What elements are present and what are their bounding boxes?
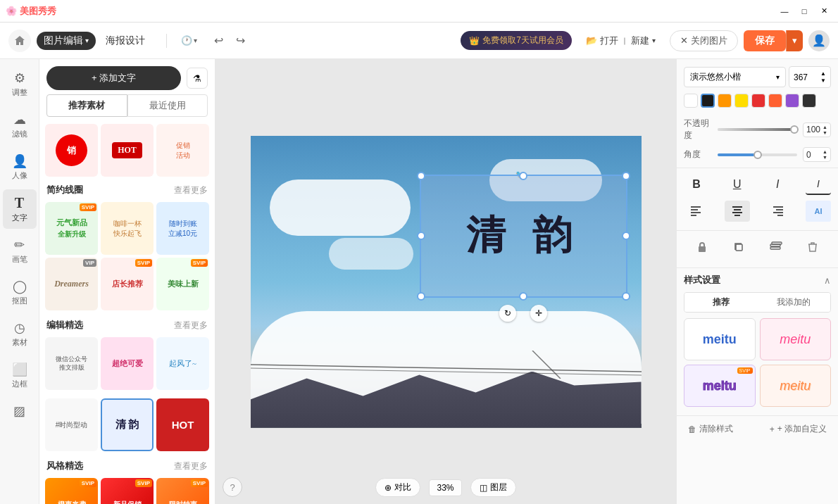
- align-center-button[interactable]: [725, 201, 750, 222]
- style-preview-3[interactable]: SVIP meitu: [684, 365, 756, 407]
- color-dark[interactable]: [802, 94, 816, 108]
- redo-button[interactable]: ↪: [230, 31, 251, 50]
- undo-button[interactable]: ↩: [208, 31, 229, 50]
- copy-icon-button[interactable]: [726, 237, 751, 258]
- tab-recent[interactable]: 最近使用: [127, 94, 208, 117]
- style-tab-recommended[interactable]: 推荐: [684, 293, 758, 312]
- font-size-down[interactable]: ▼: [820, 77, 826, 84]
- clear-style-button[interactable]: 🗑 清除样式: [684, 420, 737, 438]
- align-right-button[interactable]: [765, 201, 790, 222]
- sticker-manager[interactable]: SVIP 店长推荐: [101, 258, 154, 310]
- style-preview-1[interactable]: meitu: [684, 318, 756, 360]
- sticker-newFood[interactable]: SVIP 美味上新: [156, 258, 209, 310]
- sticker-timer[interactable]: SVIP 限时特惠: [156, 478, 209, 504]
- layer-button[interactable]: ◫ 图层: [470, 478, 516, 497]
- close-image-button[interactable]: ✕ 关闭图片: [670, 30, 738, 51]
- handle-bottom-mid[interactable]: [519, 292, 527, 301]
- move-control[interactable]: ✛: [530, 305, 547, 322]
- angle-value[interactable]: 0 ▲ ▼: [803, 147, 831, 162]
- sticker-dreamers[interactable]: Dreamers VIP: [45, 258, 98, 310]
- sticker-hot2[interactable]: HOT: [156, 398, 209, 451]
- handle-top-right[interactable]: [622, 172, 630, 180]
- contrast-button[interactable]: ⊕ 对比: [375, 478, 420, 497]
- style-preview-2[interactable]: meitu: [760, 318, 832, 360]
- color-yellow[interactable]: [734, 94, 749, 108]
- color-white[interactable]: [684, 94, 698, 108]
- rotate-control[interactable]: ↻: [499, 305, 516, 322]
- add-text-button[interactable]: + 添加文字: [46, 66, 181, 90]
- sticker-wechat[interactable]: 微信公众号推文排版: [45, 337, 98, 390]
- strikethrough-button[interactable]: I: [806, 174, 831, 195]
- sticker-yuanqi[interactable]: SVIP 元气新品全新升级: [45, 202, 98, 255]
- align-left-button[interactable]: [684, 201, 709, 222]
- open-button[interactable]: 📂 打开 ｜ 新建 ▾: [577, 31, 664, 51]
- handle-bottom-right[interactable]: [622, 292, 630, 301]
- tab-recommended[interactable]: 推荐素材: [46, 94, 127, 117]
- angle-up[interactable]: ▲: [823, 149, 827, 154]
- sidebar-item-cutout[interactable]: ◯ 抠图: [3, 273, 37, 312]
- text-selection-box[interactable]: 清 韵 ↻ ✛: [420, 175, 627, 298]
- section-more-style[interactable]: 查看更多: [174, 460, 208, 472]
- opacity-up[interactable]: ▲: [823, 125, 827, 130]
- collapse-icon[interactable]: ∧: [824, 275, 831, 286]
- style-preview-4[interactable]: meitu: [760, 365, 832, 407]
- sidebar-item-brush[interactable]: ✏ 画笔: [3, 232, 37, 270]
- maximize-button[interactable]: □: [796, 4, 813, 18]
- layer-icon-button[interactable]: [763, 237, 789, 258]
- image-edit-nav[interactable]: 图片编辑 ▾: [37, 32, 96, 50]
- angle-down[interactable]: ▼: [823, 155, 827, 160]
- vip-promo-button[interactable]: 👑 免费领取7天试用会员: [461, 31, 572, 50]
- sticker-discount[interactable]: 随时到账立减10元: [156, 202, 209, 255]
- opacity-slider-thumb[interactable]: [790, 125, 799, 134]
- add-custom-button[interactable]: + + 添加自定义: [765, 420, 831, 438]
- opacity-value[interactable]: 100 ▲ ▼: [803, 122, 831, 137]
- angle-slider-thumb[interactable]: [753, 151, 762, 159]
- home-button[interactable]: [8, 30, 31, 52]
- bold-button[interactable]: B: [684, 174, 709, 195]
- canvas[interactable]: 🐦 清 韵 ↻ ✛: [251, 136, 642, 428]
- history-button[interactable]: 🕐 ▾: [175, 32, 203, 49]
- sticker-cute[interactable]: 超绝可爱: [101, 337, 154, 390]
- lock-icon-button[interactable]: [689, 237, 715, 258]
- italic-button[interactable]: I: [765, 174, 790, 195]
- close-button[interactable]: ✕: [815, 4, 832, 18]
- sticker-sale[interactable]: 销: [45, 124, 98, 177]
- section-more-simple[interactable]: 查看更多: [174, 184, 208, 196]
- angle-slider[interactable]: [718, 153, 797, 156]
- color-purple[interactable]: [785, 94, 799, 108]
- font-size-up[interactable]: ▲: [820, 70, 826, 77]
- sidebar-item-adjust[interactable]: ⚙ 调整: [3, 65, 37, 103]
- help-button[interactable]: ?: [223, 477, 242, 497]
- sticker-hot[interactable]: HOT: [101, 124, 154, 177]
- filter-button[interactable]: ⚗: [187, 68, 208, 89]
- sidebar-item-material[interactable]: ◷ 素材: [3, 315, 37, 353]
- save-button[interactable]: 保存: [744, 30, 786, 51]
- opacity-down[interactable]: ▼: [823, 130, 827, 135]
- sticker-newprod[interactable]: SVIP 新品促销: [101, 478, 154, 504]
- user-avatar[interactable]: 👤: [808, 30, 830, 51]
- color-orange2[interactable]: [768, 94, 782, 108]
- section-more-edit[interactable]: 查看更多: [174, 320, 208, 332]
- sticker-orange[interactable]: SVIP 橙惠来袭: [45, 478, 98, 504]
- handle-bottom-left[interactable]: [417, 292, 425, 301]
- sidebar-item-border[interactable]: ⬜ 边框: [3, 356, 37, 395]
- color-red[interactable]: [751, 94, 765, 108]
- sticker-qingyun[interactable]: 清 韵: [101, 398, 154, 451]
- sticker-coffee[interactable]: 咖啡一杯快乐起飞: [101, 202, 154, 255]
- color-orange[interactable]: [718, 94, 732, 108]
- sticker-promo[interactable]: 促销活动: [156, 124, 209, 177]
- ai-format-button[interactable]: AI: [806, 201, 831, 222]
- minimize-button[interactable]: —: [776, 4, 793, 18]
- sidebar-item-portrait[interactable]: 👤 人像: [3, 148, 37, 187]
- save-dropdown-button[interactable]: ▾: [786, 30, 803, 51]
- underline-button[interactable]: U: [725, 174, 750, 195]
- handle-top-mid[interactable]: [519, 172, 527, 180]
- handle-mid-left[interactable]: [417, 232, 425, 240]
- sidebar-item-text[interactable]: T 文字: [3, 189, 37, 229]
- sidebar-item-filter[interactable]: ☁ 滤镜: [3, 106, 37, 145]
- sticker-wind[interactable]: 起风了~: [156, 337, 209, 390]
- font-size-control[interactable]: 367 ▲ ▼: [789, 66, 831, 88]
- delete-icon-button[interactable]: [800, 237, 825, 258]
- sticker-fashion[interactable]: #时尚型动: [45, 398, 98, 451]
- handle-mid-right[interactable]: [622, 232, 630, 240]
